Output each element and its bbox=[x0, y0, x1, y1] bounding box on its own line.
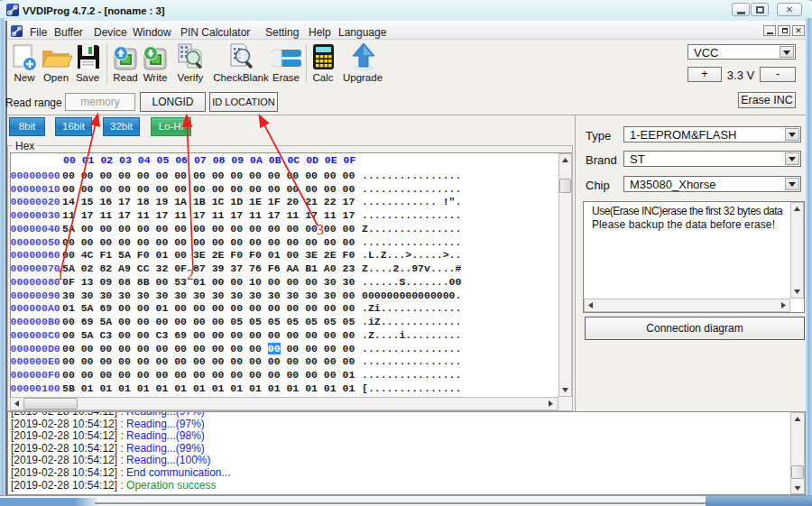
svg-text:2: 2 bbox=[187, 267, 194, 282]
svg-text:3: 3 bbox=[317, 222, 324, 237]
svg-text:1: 1 bbox=[57, 267, 64, 282]
